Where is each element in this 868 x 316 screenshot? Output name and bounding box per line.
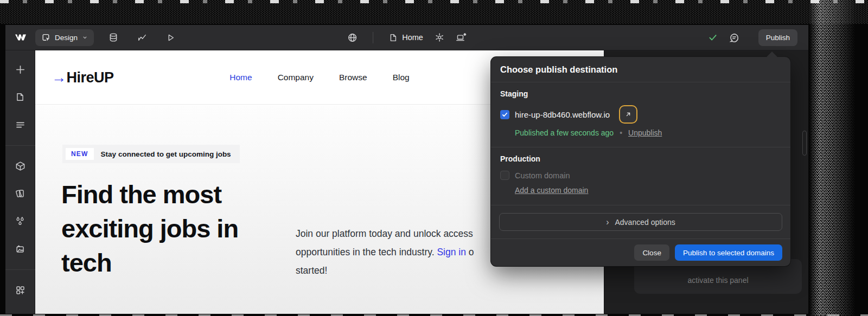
- hero-paragraph: Join our platform today and unlock acces…: [296, 224, 474, 280]
- mode-dropdown[interactable]: Design: [35, 29, 94, 46]
- designer-toolbar: Design Home: [5, 25, 808, 50]
- sign-in-link[interactable]: Sign in: [437, 247, 466, 257]
- hero-paragraph-line2-post: o: [466, 247, 474, 257]
- staging-status: Published a few seconds ago: [515, 128, 614, 137]
- pages-icon: [15, 92, 25, 102]
- site-nav-browse[interactable]: Browse: [339, 73, 367, 82]
- style-swatches-icon: [15, 189, 25, 198]
- new-badge: NEW Stay connected to get upcoming jobs: [62, 145, 240, 163]
- new-badge-text: Stay connected to get upcoming jobs: [101, 150, 231, 158]
- designer-left-sidebar: [5, 50, 35, 314]
- page-icon: [388, 33, 398, 42]
- variables-drops-icon: [15, 216, 25, 226]
- custom-domain-row: Custom domain: [500, 171, 781, 180]
- components-cube-icon: [15, 161, 25, 171]
- open-staging-site-button[interactable]: [619, 105, 637, 124]
- chevron-right-icon: ›: [606, 218, 609, 227]
- staging-label: Staging: [500, 89, 781, 98]
- sidebar-item-navigator[interactable]: [12, 117, 28, 133]
- panel-hint-text: activate this panel: [687, 276, 748, 285]
- site-logo-text: HireUP: [67, 69, 114, 86]
- add-custom-domain-link[interactable]: Add a custom domain: [515, 186, 588, 195]
- sidebar-item-components[interactable]: [12, 158, 28, 174]
- hero-paragraph-line2: opportunities in the tech industry. Sign…: [296, 243, 474, 261]
- analytics-icon[interactable]: [137, 33, 147, 42]
- assets-image-icon: [15, 244, 25, 254]
- sidebar-divider: [5, 269, 35, 270]
- logo-arrow-icon: →: [52, 69, 66, 86]
- production-section: Production Custom domain Add a custom do…: [491, 147, 790, 205]
- breakpoint-icon[interactable]: [456, 33, 467, 42]
- site-nav-company[interactable]: Company: [278, 73, 314, 82]
- site-nav-links: Home Company Browse Blog: [229, 73, 409, 82]
- sidebar-item-apps[interactable]: [12, 282, 28, 298]
- sidebar-divider: [5, 145, 35, 146]
- hero-paragraph-line1: Join our platform today and unlock acces…: [296, 224, 474, 243]
- staging-checkbox[interactable]: [500, 110, 509, 119]
- arrow-up-right-icon: [624, 111, 632, 118]
- advanced-options-zone: › Advanced options: [491, 205, 790, 239]
- new-badge-tag: NEW: [66, 148, 94, 160]
- screenshot-torn-border-top: [0, 0, 868, 24]
- hero-paragraph-line3: started!: [296, 261, 474, 280]
- sidebar-item-variables[interactable]: [12, 213, 28, 229]
- cms-icon[interactable]: [108, 33, 118, 42]
- current-page-name: Home: [402, 33, 423, 42]
- chevron-down-icon: [82, 35, 88, 41]
- sidebar-item-add-element[interactable]: [12, 61, 28, 78]
- webflow-designer-window: Design Home: [5, 25, 808, 314]
- checkbox-check-icon: [502, 112, 508, 118]
- sidebar-item-pages[interactable]: [12, 89, 28, 105]
- site-nav-home[interactable]: Home: [229, 73, 252, 82]
- advanced-options-label: Advanced options: [615, 218, 675, 227]
- plus-icon: [15, 65, 25, 75]
- staging-domain: hire-up-8db460.webflow.io: [515, 110, 610, 119]
- custom-domain-checkbox: [500, 171, 509, 180]
- toolbar-right: Publish: [708, 29, 808, 46]
- advanced-options-button[interactable]: › Advanced options: [499, 213, 782, 231]
- mode-label: Design: [55, 34, 78, 42]
- production-label: Production: [500, 154, 781, 163]
- navigator-icon: [15, 120, 25, 130]
- apps-grid-icon: [15, 285, 25, 295]
- staging-section: Staging hire-up-8db460.webflow.io Publis…: [491, 82, 790, 147]
- staging-status-row: Published a few seconds ago • Unpublish: [515, 128, 781, 137]
- site-nav-blog[interactable]: Blog: [393, 73, 410, 82]
- preview-icon[interactable]: [166, 33, 175, 42]
- comments-icon[interactable]: [729, 33, 739, 43]
- hero-paragraph-line2-pre: opportunities in the tech industry.: [296, 247, 437, 257]
- staging-domain-row: hire-up-8db460.webflow.io: [500, 105, 781, 124]
- webflow-logo-icon: [15, 34, 27, 41]
- publish-popup-footer: Close Publish to selected domains: [491, 239, 790, 266]
- publish-to-selected-domains-button[interactable]: Publish to selected domains: [675, 244, 782, 261]
- publish-button[interactable]: Publish: [758, 29, 797, 46]
- toolbar-divider: [373, 32, 373, 43]
- localization-globe-icon[interactable]: [347, 33, 358, 43]
- toolbar-left-icons: [108, 33, 175, 42]
- unpublish-link[interactable]: Unpublish: [628, 128, 662, 137]
- design-cursor-icon: [41, 33, 50, 42]
- toolbar-center: Home: [347, 25, 467, 50]
- sidebar-item-style-manager[interactable]: [12, 185, 28, 202]
- page-settings-icon[interactable]: [435, 33, 444, 42]
- saved-check-icon: [708, 33, 718, 42]
- publish-popup-title: Choose publish destination: [500, 65, 617, 75]
- custom-domain-label: Custom domain: [515, 171, 570, 180]
- panel-scrollbar-thumb[interactable]: [802, 131, 807, 156]
- hero-heading: Find the most exciting jobs in tech: [61, 177, 238, 280]
- publish-popup: Choose publish destination Staging hire-…: [491, 57, 790, 266]
- page-switcher[interactable]: Home: [388, 33, 423, 42]
- sidebar-item-assets[interactable]: [12, 241, 28, 257]
- publish-popup-header: Choose publish destination: [491, 57, 790, 82]
- site-logo[interactable]: → HireUP: [52, 69, 114, 86]
- status-bullet: •: [620, 128, 622, 137]
- screenshot-torn-border-right: [809, 0, 868, 316]
- webflow-logo[interactable]: [5, 34, 35, 41]
- close-button[interactable]: Close: [634, 244, 669, 261]
